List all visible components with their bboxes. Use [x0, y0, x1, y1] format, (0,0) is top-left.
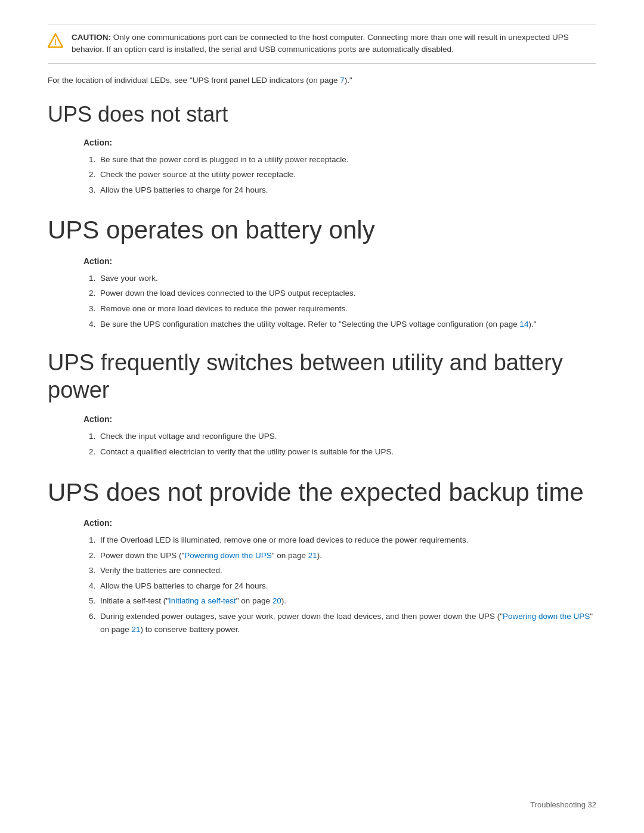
- section4-heading: UPS does not provide the expected backup…: [48, 478, 596, 507]
- list-item: Be sure that the power cord is plugged i…: [98, 153, 596, 166]
- list-item: Contact a qualified electrician to verif…: [98, 445, 596, 459]
- section4-item6-link2[interactable]: 21: [132, 625, 141, 634]
- section4-action-label: Action:: [83, 518, 596, 528]
- section4-list: If the Overload LED is illuminated, remo…: [83, 534, 596, 636]
- section2-item4-before: Be sure the UPS configuration matches th…: [100, 320, 519, 329]
- list-item: Allow the UPS batteries to charge for 24…: [98, 184, 596, 197]
- list-item: During extended power outages, save your…: [98, 610, 596, 636]
- section4-item5-link2[interactable]: 20: [273, 596, 281, 605]
- list-item: Allow the UPS batteries to charge for 24…: [98, 580, 596, 593]
- page-footer: Troubleshooting 32: [530, 800, 596, 809]
- list-item: Remove one or more load devices to reduc…: [98, 302, 596, 315]
- list-item: Verify the batteries are connected.: [98, 564, 596, 577]
- section2-action-label: Action:: [83, 256, 596, 266]
- list-item: If the Overload LED is illuminated, remo…: [98, 534, 596, 547]
- section2-heading: UPS operates on battery only: [48, 215, 596, 245]
- section1-heading: UPS does not start: [48, 101, 596, 127]
- section4-item2-link2[interactable]: 21: [308, 551, 317, 560]
- caution-text: CAUTION: Only one communications port ca…: [72, 32, 596, 56]
- list-item: Be sure the UPS configuration matches th…: [98, 318, 596, 331]
- list-item: Initiate a self-test ("Initiating a self…: [98, 594, 596, 608]
- section3-heading: UPS frequently switches between utility …: [48, 349, 596, 404]
- section4-item2-link1[interactable]: Powering down the UPS: [184, 551, 271, 560]
- caution-body: Only one communications port can be conn…: [72, 33, 569, 54]
- svg-text:!: !: [54, 38, 57, 47]
- caution-box: ! CAUTION: Only one communications port …: [48, 24, 596, 64]
- caution-label: CAUTION:: [72, 33, 111, 42]
- section1-list: Be sure that the power cord is plugged i…: [83, 153, 596, 197]
- led-note: For the location of individual LEDs, see…: [48, 76, 596, 85]
- section-ups-battery-only: UPS operates on battery only Action: Sav…: [48, 215, 596, 330]
- list-item: Check the input voltage and reconfigure …: [98, 430, 596, 443]
- section2-item4-link[interactable]: 14: [519, 320, 528, 329]
- list-item: Save your work.: [98, 272, 596, 285]
- list-item: Check the power source at the utility po…: [98, 168, 596, 181]
- section3-list: Check the input voltage and reconfigure …: [83, 430, 596, 458]
- section-ups-does-not-start: UPS does not start Action: Be sure that …: [48, 101, 596, 197]
- section1-action-label: Action:: [83, 138, 596, 147]
- section2-list: Save your work. Power down the load devi…: [83, 272, 596, 330]
- section-ups-backup-time: UPS does not provide the expected backup…: [48, 478, 596, 636]
- section4-item6-link1[interactable]: Powering down the UPS: [503, 612, 590, 621]
- list-item: Power down the load devices connected to…: [98, 287, 596, 300]
- section-ups-switches: UPS frequently switches between utility …: [48, 349, 596, 458]
- caution-icon: !: [48, 33, 63, 48]
- section3-action-label: Action:: [83, 414, 596, 424]
- footer-text: Troubleshooting 32: [530, 800, 596, 809]
- list-item: Power down the UPS ("Powering down the U…: [98, 549, 596, 562]
- section4-item5-link1[interactable]: Initiating a self-test: [169, 596, 236, 605]
- led-note-link[interactable]: 7: [340, 76, 345, 85]
- section2-item4-after: ).": [528, 320, 536, 329]
